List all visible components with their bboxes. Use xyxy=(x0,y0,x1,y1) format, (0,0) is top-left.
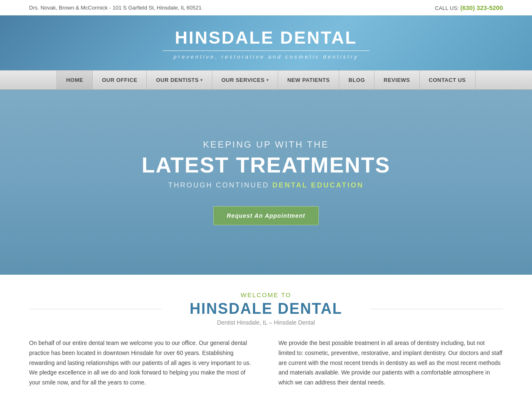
welcome-name: HINSDALE DENTAL xyxy=(29,300,503,318)
nav-home[interactable]: HOME xyxy=(57,71,93,89)
main-nav: HOME OUR OFFICE OUR DENTISTS ▾ OUR SERVI… xyxy=(0,70,532,90)
welcome-header: WELCOME TO HINSDALE DENTAL Dentist Hinsd… xyxy=(29,291,503,326)
nav-our-services-label: OUR SERVICES xyxy=(222,77,265,83)
nav-new-patients-label: NEW PATIENTS xyxy=(287,77,330,83)
request-appointment-button[interactable]: Request An Appointment xyxy=(213,206,319,225)
chevron-down-icon: ▾ xyxy=(200,78,203,82)
welcome-to-label: WELCOME TO xyxy=(29,291,503,298)
hero-line2: LATEST TREATMENTS xyxy=(142,153,390,177)
hero-line3-highlight: DENTAL EDUCATION xyxy=(272,181,364,189)
nav-our-dentists[interactable]: OUR DENTISTS ▾ xyxy=(147,71,212,89)
logo-subtitle: preventive, restorative and cosmetic den… xyxy=(0,54,532,60)
nav-blog[interactable]: BLOG xyxy=(339,71,374,89)
nav-our-services[interactable]: OUR SERVICES ▾ xyxy=(212,71,278,89)
top-bar: Drs. Novak, Brown & McCormick - 101 S Ga… xyxy=(0,0,532,15)
nav-reviews-label: REVIEWS xyxy=(384,77,410,83)
nav-contact-us-label: CONTACT US xyxy=(429,77,466,83)
hero-content: KEEPING UP WITH THE LATEST TREATMENTS TH… xyxy=(142,139,390,225)
hero-line3-prefix: THROUGH CONTINUED xyxy=(168,181,272,189)
nav-blog-label: BLOG xyxy=(348,77,365,83)
site-header: HINSDALE DENTAL preventive, restorative … xyxy=(0,15,532,70)
nav-home-label: HOME xyxy=(66,77,83,83)
welcome-columns: On behalf of our entire dental team we w… xyxy=(29,338,503,388)
welcome-subtitle: Dentist Hinsdale, IL – Hinsdale Dental xyxy=(29,319,503,326)
phone-number[interactable]: (630) 323-5200 xyxy=(460,4,503,11)
nav-new-patients[interactable]: NEW PATIENTS xyxy=(278,71,339,89)
welcome-col-right: We provide the best possible treatment i… xyxy=(278,338,503,388)
nav-our-dentists-label: OUR DENTISTS xyxy=(156,77,199,83)
address-text: Drs. Novak, Brown & McCormick - 101 S Ga… xyxy=(29,5,202,11)
nav-our-office-label: OUR OFFICE xyxy=(102,77,137,83)
logo-title[interactable]: HINSDALE DENTAL xyxy=(163,28,370,51)
welcome-col-left: On behalf of our entire dental team we w… xyxy=(29,338,254,388)
nav-contact-us[interactable]: CONTACT US xyxy=(420,71,475,89)
hero-line1: KEEPING UP WITH THE xyxy=(142,139,390,150)
hero-section: KEEPING UP WITH THE LATEST TREATMENTS TH… xyxy=(0,90,532,275)
call-us-text: CALL US: (630) 323-5200 xyxy=(435,4,503,11)
chevron-down-icon: ▾ xyxy=(266,78,269,82)
hero-line3: THROUGH CONTINUED DENTAL EDUCATION xyxy=(142,181,390,190)
nav-reviews[interactable]: REVIEWS xyxy=(374,71,419,89)
nav-our-office[interactable]: OUR OFFICE xyxy=(93,71,147,89)
welcome-section: WELCOME TO HINSDALE DENTAL Dentist Hinsd… xyxy=(0,275,532,399)
call-label: CALL US: xyxy=(435,5,458,11)
